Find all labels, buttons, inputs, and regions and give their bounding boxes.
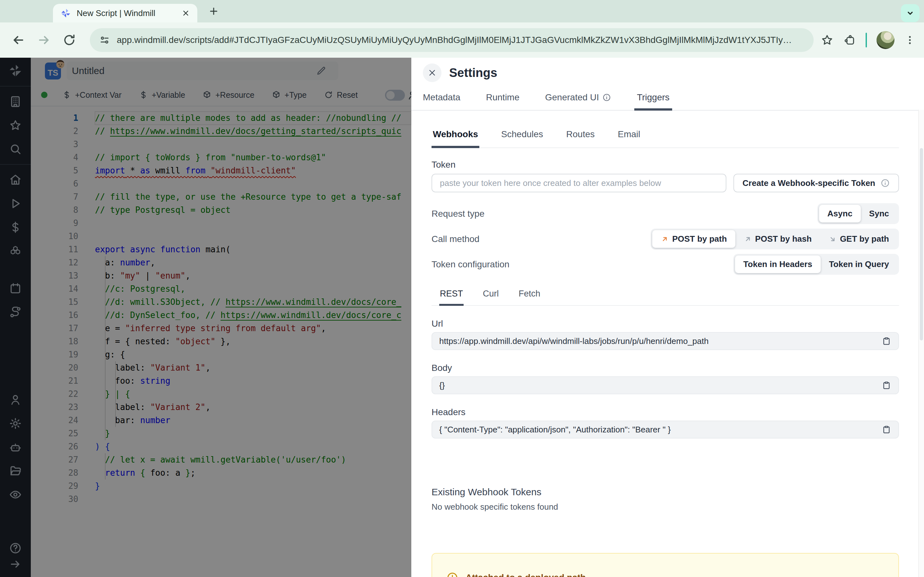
- windmill-favicon-icon: [60, 7, 71, 19]
- tab-label: Generated UI: [545, 92, 599, 103]
- existing-tokens-title: Existing Webhook Tokens: [431, 487, 899, 498]
- snippet-tab-rest[interactable]: REST: [439, 289, 464, 306]
- option-token-in-query[interactable]: Token in Query: [821, 255, 897, 273]
- token-label: Token: [431, 160, 899, 170]
- new-tab-plus-icon[interactable]: [208, 5, 220, 17]
- tab-triggers[interactable]: Triggers: [634, 88, 672, 111]
- settings-drawer: Settings MetadataRuntimeGenerated UITrig…: [411, 58, 924, 577]
- option-label: POST by hash: [755, 234, 812, 244]
- deployed-path-warning: Attached to a deployed path The webhooks…: [431, 553, 899, 577]
- drawer-backdrop[interactable]: [0, 58, 411, 577]
- settings-title: Settings: [449, 66, 497, 80]
- snippet-tab-curl[interactable]: Curl: [482, 289, 499, 306]
- existing-tokens-empty: No webhook specific tokens found: [431, 502, 899, 512]
- token-config-label: Token configuration: [431, 259, 509, 269]
- tab-metadata[interactable]: Metadata: [420, 88, 463, 111]
- request-type-segmented: AsyncSync: [817, 203, 899, 224]
- tune-icon[interactable]: [99, 34, 110, 46]
- app-frame: TS Untitled +Context Var+Variable+Resour…: [0, 58, 924, 577]
- alert-circle-icon: [446, 572, 459, 577]
- tab-runtime[interactable]: Runtime: [483, 88, 522, 111]
- settings-body: WebhooksSchedulesRoutesEmail Token Creat…: [411, 111, 924, 577]
- info-icon[interactable]: [880, 178, 890, 188]
- panel-scrollbar[interactable]: [918, 110, 924, 577]
- trigger-tab-webhooks[interactable]: Webhooks: [431, 129, 479, 148]
- option-sync[interactable]: Sync: [861, 205, 897, 222]
- arrow-down-right-icon: [829, 235, 837, 243]
- forward-icon: [37, 33, 51, 47]
- token-config-row: Token configuration Token in HeadersToke…: [431, 254, 899, 275]
- trigger-tab-schedules[interactable]: Schedules: [500, 129, 544, 148]
- option-label: Sync: [869, 209, 889, 219]
- option-get-by-path[interactable]: GET by path: [820, 230, 897, 248]
- url-bar[interactable]: app.windmill.dev/scripts/add#JTdCJTIyaGF…: [90, 28, 814, 52]
- arrow-up-right-icon: [744, 235, 752, 243]
- tab-search-chevron-icon[interactable]: [901, 4, 919, 22]
- snippet-tabs: RESTCurlFetch: [431, 289, 899, 306]
- settings-header: Settings: [411, 58, 924, 88]
- browser-toolbar: app.windmill.dev/scripts/add#JTdCJTIyaGF…: [0, 23, 924, 58]
- panel-scrollbar-thumb[interactable]: [920, 148, 923, 340]
- extensions-icon[interactable]: [843, 34, 856, 47]
- settings-tabs: MetadataRuntimeGenerated UITriggers: [411, 88, 924, 111]
- screen: New Script | Windmill app.windmill.dev/s…: [0, 0, 924, 577]
- tab-label: Runtime: [486, 92, 519, 103]
- option-post-by-hash[interactable]: POST by hash: [735, 230, 820, 248]
- call-method-label: Call method: [431, 234, 479, 244]
- tab-generated-ui[interactable]: Generated UI: [543, 88, 614, 111]
- copy-icon[interactable]: [882, 336, 891, 346]
- browser-tab-strip: New Script | Windmill: [0, 0, 924, 23]
- option-label: Token in Headers: [743, 259, 813, 269]
- body-value: {}: [439, 380, 882, 390]
- profile-avatar[interactable]: [877, 31, 895, 49]
- create-webhook-token-label: Create a Webhook-specific Token: [742, 178, 875, 188]
- option-label: POST by path: [672, 234, 727, 244]
- browser-tab[interactable]: New Script | Windmill: [53, 4, 197, 23]
- option-token-in-headers[interactable]: Token in Headers: [735, 255, 821, 273]
- tab-title: New Script | Windmill: [77, 8, 176, 18]
- url-text[interactable]: app.windmill.dev/scripts/add#JTdCJTIyaGF…: [117, 35, 792, 45]
- request-type-label: Request type: [431, 209, 485, 219]
- request-type-row: Request type AsyncSync: [431, 203, 899, 224]
- headers-label: Headers: [431, 407, 899, 417]
- body-label: Body: [431, 363, 899, 373]
- trigger-tab-email[interactable]: Email: [617, 129, 642, 148]
- create-webhook-token-button[interactable]: Create a Webhook-specific Token: [733, 174, 899, 192]
- option-async[interactable]: Async: [819, 205, 861, 222]
- reload-icon[interactable]: [62, 33, 76, 47]
- close-icon[interactable]: [423, 63, 441, 82]
- url-value: https://app.windmill.dev/api/w/windmill-…: [439, 336, 882, 346]
- option-label: Token in Query: [829, 259, 889, 269]
- headers-field[interactable]: { "Content-Type": "application/json", "A…: [431, 421, 899, 438]
- option-post-by-path[interactable]: POST by path: [652, 230, 735, 248]
- trigger-tabs: WebhooksSchedulesRoutesEmail: [431, 129, 899, 148]
- url-label: Url: [431, 319, 899, 329]
- url-field[interactable]: https://app.windmill.dev/api/w/windmill-…: [431, 332, 899, 350]
- body-field[interactable]: {}: [431, 376, 899, 394]
- option-label: GET by path: [840, 234, 889, 244]
- arrow-up-right-icon: [661, 235, 669, 243]
- token-row: Create a Webhook-specific Token: [431, 174, 899, 192]
- trigger-tab-routes[interactable]: Routes: [565, 129, 596, 148]
- tab-close-icon[interactable]: [181, 9, 190, 18]
- info-icon[interactable]: [602, 93, 611, 102]
- option-label: Async: [827, 209, 853, 219]
- toolbar-right: [821, 31, 916, 49]
- token-config-segmented: Token in HeadersToken in Query: [733, 254, 899, 275]
- warning-header: Attached to a deployed path: [446, 572, 884, 577]
- copy-icon[interactable]: [882, 425, 891, 434]
- profile-divider: [866, 33, 867, 47]
- token-input[interactable]: [431, 174, 726, 192]
- menu-kebab-icon[interactable]: [904, 34, 916, 46]
- tab-label: Metadata: [423, 92, 460, 103]
- copy-icon[interactable]: [882, 380, 891, 390]
- call-method-segmented: POST by pathPOST by hashGET by path: [651, 229, 899, 250]
- snippet-tab-fetch[interactable]: Fetch: [518, 289, 541, 306]
- back-icon[interactable]: [11, 33, 26, 47]
- headers-value: { "Content-Type": "application/json", "A…: [439, 425, 882, 435]
- warning-title: Attached to a deployed path: [465, 572, 586, 577]
- tab-label: Triggers: [637, 92, 670, 103]
- bookmark-star-icon[interactable]: [821, 34, 834, 47]
- snippet-fields: Urlhttps://app.windmill.dev/api/w/windmi…: [431, 319, 899, 438]
- call-method-row: Call method POST by pathPOST by hashGET …: [431, 229, 899, 250]
